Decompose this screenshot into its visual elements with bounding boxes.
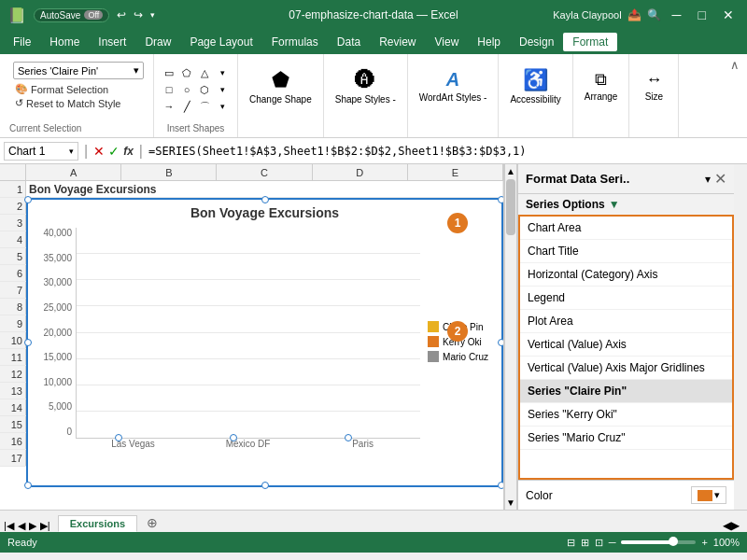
sheet-first-icon[interactable]: |◀ xyxy=(4,520,14,532)
menu-design[interactable]: Design xyxy=(510,33,563,51)
menu-formulas[interactable]: Formulas xyxy=(262,33,328,51)
autosave-toggle[interactable]: Off xyxy=(84,10,103,20)
arrange-button[interactable]: ⧉ Arrange xyxy=(579,58,624,114)
format-selection-icon: 🎨 xyxy=(15,83,28,95)
menu-pagelayout[interactable]: Page Layout xyxy=(180,33,261,51)
handle-bl[interactable] xyxy=(24,482,32,489)
view-normal-icon[interactable]: ⊟ xyxy=(567,537,575,549)
handle-ml[interactable] xyxy=(24,339,32,346)
shape-circle-btn[interactable]: ○ xyxy=(178,82,195,97)
panel-item-horiz-axis[interactable]: Horizontal (Category) Axis xyxy=(520,263,732,287)
handle-br[interactable] xyxy=(498,482,504,489)
panel-item-claire-pin[interactable]: Series "Claire Pin" xyxy=(520,380,732,403)
bar-handle[interactable] xyxy=(230,434,237,441)
chart[interactable]: 1 2 Bon Voyage Excursions 40,000 35,000 … xyxy=(26,198,503,487)
wordart-button[interactable]: A WordArt Styles - xyxy=(414,58,493,114)
section-dropdown-icon[interactable]: ▼ xyxy=(609,198,620,211)
formula-confirm-icon[interactable]: ✓ xyxy=(108,144,120,159)
panel-arrow-icon[interactable]: ▾ xyxy=(705,173,711,186)
shape-curve-btn[interactable]: ⌒ xyxy=(196,99,213,114)
minimize-button[interactable]: ─ xyxy=(667,6,687,24)
menu-review[interactable]: Review xyxy=(370,33,425,51)
panel-item-legend[interactable]: Legend xyxy=(520,287,732,310)
scroll-thumb[interactable] xyxy=(506,179,515,235)
change-shape-button[interactable]: ⬟ Change Shape xyxy=(244,58,317,114)
bar-handle[interactable] xyxy=(345,434,352,441)
color-picker-button[interactable]: ▾ xyxy=(691,486,726,504)
zoom-thumb[interactable] xyxy=(669,537,678,546)
restore-button[interactable]: □ xyxy=(693,6,712,24)
menu-view[interactable]: View xyxy=(426,33,469,51)
tab-add-button[interactable]: ⊕ xyxy=(139,513,165,532)
shape-styles-button[interactable]: 🅐 Shape Styles - xyxy=(330,58,402,114)
panel-item-chart-area[interactable]: Chart Area xyxy=(520,217,732,240)
series-dropdown[interactable]: Series 'Claire Pin' ▾ xyxy=(13,62,144,79)
handle-mr[interactable] xyxy=(498,339,504,346)
shape-rect2-btn[interactable]: □ xyxy=(161,82,177,97)
y-label: 10,000 xyxy=(43,377,72,387)
ribbon-collapse-button[interactable]: ∧ xyxy=(730,58,740,72)
panel-close-button[interactable]: ✕ xyxy=(714,170,726,188)
shape-arrow-btn[interactable]: → xyxy=(161,99,177,114)
shape-triangle-btn[interactable]: △ xyxy=(196,65,213,80)
name-box[interactable]: Chart 1 ▾ xyxy=(4,142,78,161)
menu-draw[interactable]: Draw xyxy=(135,33,180,51)
redo-icon[interactable]: ↪ xyxy=(134,8,143,21)
menu-file[interactable]: File xyxy=(4,33,40,51)
shape-more3-btn[interactable]: ▾ xyxy=(214,99,231,114)
format-selection-link[interactable]: 🎨 Format Selection xyxy=(13,82,144,96)
menu-home[interactable]: Home xyxy=(40,33,89,51)
shape-line-btn[interactable]: ╱ xyxy=(178,99,195,114)
zoom-in-icon[interactable]: + xyxy=(701,537,707,548)
handle-tr[interactable] xyxy=(498,196,504,203)
vertical-scrollbar[interactable]: ▲ ▼ xyxy=(504,164,517,510)
panel-item-chart-title[interactable]: Chart Title xyxy=(520,240,732,263)
tab-scroll-left[interactable]: ◀ xyxy=(723,519,731,532)
cell[interactable]: Bon Voyage Excursions xyxy=(26,181,503,197)
size-button[interactable]: ↔ Size xyxy=(635,58,672,114)
sheet-last-icon[interactable]: ▶| xyxy=(40,520,50,532)
handle-tl[interactable] xyxy=(24,196,32,203)
formula-cancel-icon[interactable]: ✕ xyxy=(93,144,105,159)
tab-excursions[interactable]: Excursions xyxy=(58,515,137,532)
panel-item-plot-area[interactable]: Plot Area xyxy=(520,310,732,333)
reset-style-link[interactable]: ↺ Reset to Match Style xyxy=(13,96,144,110)
close-button[interactable]: ✕ xyxy=(717,6,740,24)
formula-input[interactable] xyxy=(148,145,743,158)
shape-parallelogram-btn[interactable]: ⬠ xyxy=(178,65,195,80)
view-page-icon[interactable]: ⊡ xyxy=(595,537,603,549)
panel-item-kerry-oki[interactable]: Series "Kerry Oki" xyxy=(520,403,732,427)
menu-insert[interactable]: Insert xyxy=(89,33,135,51)
shape-rect-btn[interactable]: ▭ xyxy=(161,65,177,80)
sheet-next-icon[interactable]: ▶ xyxy=(29,520,36,532)
grid-line xyxy=(77,332,420,333)
menu-format[interactable]: Format xyxy=(563,33,617,51)
shape-more-btn[interactable]: ▾ xyxy=(214,65,231,80)
menu-data[interactable]: Data xyxy=(328,33,370,51)
y-label: 35,000 xyxy=(43,253,72,263)
handle-bm[interactable] xyxy=(261,482,269,489)
handle-tm[interactable] xyxy=(261,196,269,203)
sheet-prev-icon[interactable]: ◀ xyxy=(18,520,25,532)
shape-pentagon-btn[interactable]: ⬡ xyxy=(196,82,213,97)
row-num: 6 xyxy=(0,265,26,281)
accessibility-button[interactable]: ♿ Accessibility xyxy=(504,58,566,114)
panel-item-vert-axis[interactable]: Vertical (Value) Axis xyxy=(520,333,732,357)
panel-item-gridlines[interactable]: Vertical (Value) Axis Major Gridlines xyxy=(520,357,732,380)
bar-handle[interactable] xyxy=(115,434,122,441)
shape-more2-btn[interactable]: ▾ xyxy=(214,82,231,97)
scroll-up-icon[interactable]: ▲ xyxy=(504,164,517,178)
undo-icon[interactable]: ↩ xyxy=(117,8,126,21)
scroll-down-icon[interactable]: ▼ xyxy=(504,496,517,510)
wordart-label: WordArt Styles - xyxy=(419,92,487,103)
tab-scroll-right[interactable]: ▶ xyxy=(731,519,740,532)
zoom-slider[interactable] xyxy=(621,540,696,544)
menu-help[interactable]: Help xyxy=(468,33,510,51)
view-layout-icon[interactable]: ⊞ xyxy=(581,537,589,549)
formula-fx-icon[interactable]: fx xyxy=(123,145,134,158)
panel-item-mario-cruz[interactable]: Series "Mario Cruz" xyxy=(520,427,732,450)
share-icon[interactable]: 📤 xyxy=(627,8,641,21)
search-icon[interactable]: 🔍 xyxy=(647,8,661,21)
zoom-out-icon[interactable]: ─ xyxy=(609,537,616,548)
more-undo-icon[interactable]: ▾ xyxy=(150,10,155,20)
